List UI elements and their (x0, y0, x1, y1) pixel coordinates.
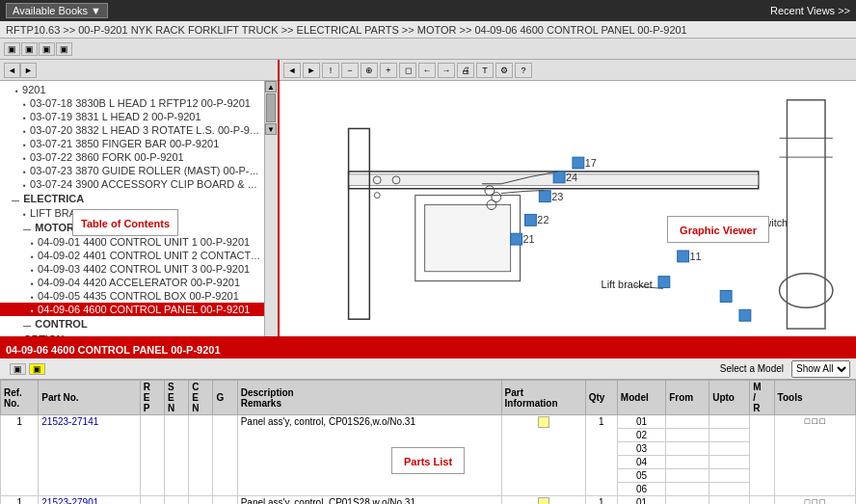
cell-upto (709, 429, 750, 442)
col-c-header: CEN (189, 381, 213, 415)
svg-text:11: 11 (690, 251, 702, 262)
cell-info[interactable] (501, 496, 585, 505)
toc-item-t3[interactable]: ▪ 03-07-19 3831 L HEAD 2 00-P-9201 (0, 110, 264, 123)
col-r-header: REP (140, 381, 164, 415)
toc-item-t14[interactable]: ▪ 04-09-03 4402 CONTROL UNIT 3 00-P-9201 (0, 262, 264, 276)
select-model-dropdown[interactable]: Show All (791, 360, 850, 378)
toolbar-btn-3[interactable]: ▣ (39, 42, 55, 56)
toolbar-btn-4[interactable]: ▣ (56, 42, 72, 56)
scrollbar-up[interactable]: ▲ (265, 81, 277, 93)
parts-icon-btn1[interactable]: ▣ (10, 363, 26, 375)
toc-item-label: 04-09-02 4401 CONTROL UNIT 2 CONTACTOR 0… (38, 250, 264, 261)
parts-header-bar: 04-09-06 4600 CONTROL PANEL 00-P-9201 (0, 341, 856, 358)
toc-item-t6[interactable]: ▪ 03-07-22 3860 FORK 00-P-9201 (0, 150, 264, 164)
graphic-print[interactable]: 🖨 (457, 63, 474, 78)
toc-section-icon: — (23, 225, 33, 233)
toc-item-t1[interactable]: ▪ 9201 (0, 83, 264, 96)
toc-item-t18[interactable]: — CONTROL (0, 316, 264, 332)
parts-table-wrap[interactable]: Ref.No. Part No. REP SEN CEN G Descripti… (0, 380, 856, 504)
graphic-zoom-in[interactable]: + (380, 63, 397, 78)
toc-item-label: 03-07-23 3870 GUIDE ROLLER (MAST) 00-P-9… (30, 165, 264, 176)
cell-g (213, 415, 237, 496)
graphic-info[interactable]: ! (322, 63, 339, 78)
col-qty-header: Qty (585, 381, 617, 415)
col-from-header: From (666, 381, 709, 415)
toc-tree-icon: ▪ (31, 252, 36, 261)
toc-item-t11[interactable]: — MOTOR (0, 220, 264, 235)
cell-c (189, 496, 213, 505)
cell-tools[interactable]: □ □ □ (774, 415, 855, 496)
breadcrumb-text: RFTP10.63 >> 00-P-9201 NYK RACK FORKLIFT… (6, 24, 687, 36)
graphic-zoom-out[interactable]: − (341, 63, 359, 78)
toolbar-btn-1[interactable]: ▣ (4, 42, 20, 56)
cell-part[interactable]: 21523-27901 (39, 496, 140, 505)
graphic-zoom[interactable]: ⊕ (361, 63, 378, 78)
graphic-svg: 17 24 23 22 21 11 (280, 81, 856, 336)
toc-item-t10[interactable]: ▪ LIFT BRA (0, 206, 264, 220)
toc-item-t7[interactable]: ▪ 03-07-23 3870 GUIDE ROLLER (MAST) 00-P… (0, 164, 264, 177)
scrollbar-track[interactable] (265, 93, 277, 122)
graphic-left[interactable]: ← (418, 63, 436, 78)
graphic-settings[interactable]: ⚙ (495, 63, 513, 78)
graphic-back[interactable]: ◄ (283, 63, 301, 78)
toc-section-icon: — (23, 321, 33, 330)
graphic-help[interactable]: ? (515, 63, 532, 78)
scrollbar-thumb[interactable] (266, 93, 276, 122)
toc-item-label: 04-09-01 4400 CONTROL UNIT 1 00-P-9201 (38, 236, 250, 248)
svg-text:22: 22 (537, 214, 548, 225)
toc-item-label: MOTOR (35, 222, 74, 233)
toc-tree-icon: ▪ (23, 154, 28, 163)
toc-item-t8[interactable]: ▪ 03-07-24 3900 ACCESSORY CLIP BOARD & B… (0, 177, 264, 191)
toc-item-t4[interactable]: ▪ 03-07-20 3832 L HEAD 3 ROTATE L.S. 00-… (0, 123, 264, 137)
cell-model: 02 (617, 429, 665, 442)
toolbar-btn-2[interactable]: ▣ (21, 42, 38, 56)
toc-item-label: 04-09-04 4420 ACCELERATOR 00-P-9201 (38, 277, 240, 288)
cell-model: 01 (617, 415, 665, 429)
toc-item-label: 03-07-21 3850 FINGER BAR 00-P-9201 (30, 138, 219, 149)
top-bar: Available Books ▼ Recent Views >> (0, 0, 856, 21)
toc-scrollbar[interactable]: ▲ ▼ (264, 81, 278, 336)
toc-item-t16[interactable]: ▪ 04-09-05 4435 CONTROL BOX 00-P-9201 (0, 289, 264, 303)
toc-item-t9[interactable]: — ELECTRICA (0, 191, 264, 206)
recent-views-button[interactable]: Recent Views >> (770, 5, 850, 16)
toc-item-label: 03-07-19 3831 L HEAD 2 00-P-9201 (30, 111, 201, 122)
toc-item-t19[interactable]: — OPTION (0, 332, 264, 336)
cell-info[interactable] (501, 415, 585, 496)
toc-item-t15[interactable]: ▪ 04-09-04 4420 ACCELERATOR 00-P-9201 (0, 276, 264, 289)
cell-upto (709, 456, 750, 469)
cell-c (189, 415, 213, 496)
toc-toolbar-btn2[interactable]: ► (20, 63, 37, 78)
parts-icon-btn2[interactable]: ▣ (29, 363, 45, 375)
toc-item-t5[interactable]: ▪ 03-07-21 3850 FINGER BAR 00-P-9201 (0, 137, 264, 150)
main-area: ◄ ► ▪ 9201▪ 03-07-18 3830B L HEAD 1 RFTP… (0, 60, 856, 339)
svg-rect-12 (553, 172, 565, 183)
graphic-right[interactable]: → (438, 63, 455, 78)
top-bar-left: Available Books ▼ (6, 3, 108, 18)
toc-panel: ◄ ► ▪ 9201▪ 03-07-18 3830B L HEAD 1 RFTP… (0, 60, 280, 336)
toc-item-t12[interactable]: ▪ 04-09-01 4400 CONTROL UNIT 1 00-P-9201 (0, 235, 264, 249)
toc-item-t13[interactable]: ▪ 04-09-02 4401 CONTROL UNIT 2 CONTACTOR… (0, 249, 264, 262)
toc-toolbar-btn[interactable]: ◄ (4, 63, 20, 78)
cell-s (164, 415, 188, 496)
cell-upto (709, 469, 750, 483)
cell-g (213, 496, 237, 505)
cell-tools[interactable]: □ □ □ (774, 496, 855, 505)
toc-item-t2[interactable]: ▪ 03-07-18 3830B L HEAD 1 RFTP12 00-P-92… (0, 96, 264, 110)
toc-item-t17[interactable]: ▪ 04-09-06 4600 CONTROL PANEL 00-P-9201 (0, 303, 264, 316)
table-row: 121523-27141Panel ass'y, control, CP01S2… (1, 415, 856, 429)
toc-item-label: 03-07-22 3860 FORK 00-P-9201 (30, 151, 184, 163)
cell-upto (709, 496, 750, 505)
cell-model: 04 (617, 456, 665, 469)
col-part-header: Part No. (39, 381, 140, 415)
cell-from (666, 456, 709, 469)
graphic-fit[interactable]: ◻ (399, 63, 416, 78)
graphic-text[interactable]: T (476, 63, 494, 78)
cell-qty: 1 (585, 496, 617, 505)
cell-part[interactable]: 21523-27141 (39, 415, 140, 496)
graphic-forward[interactable]: ► (303, 63, 320, 78)
scrollbar-down[interactable]: ▼ (265, 123, 277, 135)
cell-model: 01 (617, 496, 665, 505)
toc-content[interactable]: ▪ 9201▪ 03-07-18 3830B L HEAD 1 RFTP12 0… (0, 81, 278, 336)
available-books-button[interactable]: Available Books ▼ (6, 3, 108, 18)
svg-rect-16 (525, 214, 537, 225)
